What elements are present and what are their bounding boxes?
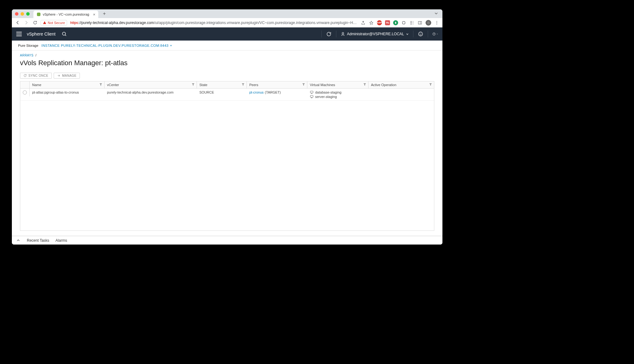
filter-icon[interactable] bbox=[240, 83, 245, 87]
security-label: Not Secure bbox=[48, 21, 65, 25]
filter-icon[interactable] bbox=[427, 83, 432, 87]
back-button[interactable] bbox=[15, 20, 20, 25]
vm-icon bbox=[310, 90, 314, 94]
filter-icon[interactable] bbox=[361, 83, 366, 87]
breadcrumb: ARRAYS / bbox=[20, 54, 434, 57]
cell-op bbox=[368, 89, 434, 92]
footer-expand-icon[interactable] bbox=[16, 238, 21, 243]
svg-rect-14 bbox=[310, 91, 313, 93]
svg-point-13 bbox=[434, 35, 434, 35]
tab-recent-tasks[interactable]: Recent Tasks bbox=[27, 238, 49, 243]
url-field[interactable]: https://purely-technical-alpha.dev.pures… bbox=[70, 21, 358, 25]
browser-tab-bar: vSphere - VC~com.purestorag × + bbox=[12, 9, 442, 18]
profile-avatar[interactable] bbox=[426, 20, 431, 26]
svg-rect-17 bbox=[310, 95, 313, 97]
maximize-window-button[interactable] bbox=[26, 12, 30, 16]
peer-link[interactable]: pt-cronus bbox=[249, 90, 264, 94]
extension-green-icon[interactable] bbox=[393, 20, 398, 25]
vm-icon bbox=[310, 95, 314, 99]
plugin-label: Pure Storage bbox=[18, 44, 38, 47]
table-body: pt-atlas:pgroup-atlas-to-cronus purely-t… bbox=[20, 89, 434, 231]
panel-toggle-icon[interactable] bbox=[417, 20, 422, 25]
table-row[interactable]: pt-atlas:pgroup-atlas-to-cronus purely-t… bbox=[20, 89, 434, 101]
minimize-window-button[interactable] bbox=[21, 12, 24, 16]
replication-table: Name ↑ vCenter State Peers Virtual bbox=[20, 81, 434, 231]
chevron-down-icon bbox=[436, 33, 438, 35]
chevron-down-icon bbox=[406, 33, 409, 36]
footer-panel: Recent Tasks Alarms bbox=[12, 236, 442, 245]
arrow-right-icon bbox=[57, 74, 61, 77]
svg-point-4 bbox=[436, 22, 437, 23]
user-name: Administrator@VSPHERE.LOCAL bbox=[347, 32, 404, 36]
close-window-button[interactable] bbox=[15, 12, 18, 16]
search-icon[interactable] bbox=[62, 32, 67, 36]
vsphere-header: vSphere Client Administrator@VSPHERE.LOC… bbox=[12, 27, 442, 41]
extensions-puzzle-icon[interactable] bbox=[401, 20, 406, 25]
cell-state: SOURCE bbox=[197, 89, 247, 96]
reload-button[interactable] bbox=[32, 20, 37, 25]
col-vcenter[interactable]: vCenter bbox=[105, 81, 197, 88]
security-badge[interactable]: Not Secure bbox=[41, 20, 67, 26]
instance-selector[interactable]: INSTANCE PURELY-TECHNICAL-PLUGIN.DEV.PUR… bbox=[41, 44, 172, 47]
breadcrumb-arrays[interactable]: ARRAYS bbox=[20, 54, 33, 57]
bookmark-star-icon[interactable] bbox=[369, 20, 374, 25]
svg-point-10 bbox=[420, 33, 420, 34]
svg-point-9 bbox=[419, 32, 423, 36]
feedback-icon[interactable] bbox=[418, 31, 423, 37]
sync-icon bbox=[23, 74, 27, 77]
browser-address-bar: Not Secure https://purely-technical-alph… bbox=[12, 18, 442, 27]
col-state[interactable]: State bbox=[197, 81, 247, 88]
user-icon bbox=[341, 32, 345, 36]
share-icon[interactable] bbox=[361, 20, 366, 25]
col-op[interactable]: Active Operation bbox=[368, 81, 434, 88]
filter-icon[interactable] bbox=[97, 83, 102, 87]
browser-menu-icon[interactable] bbox=[434, 20, 439, 25]
col-select bbox=[20, 81, 30, 88]
svg-point-6 bbox=[62, 32, 66, 35]
window-controls bbox=[15, 12, 30, 16]
peer-suffix: (TARGET) bbox=[265, 90, 281, 94]
close-tab-icon[interactable]: × bbox=[93, 12, 95, 17]
vsphere-favicon-icon bbox=[37, 12, 41, 17]
sync-once-button[interactable]: SYNC ONCE bbox=[20, 73, 52, 79]
extension-abp-icon[interactable]: ABP bbox=[377, 20, 382, 25]
reading-list-icon[interactable] bbox=[409, 20, 414, 25]
col-peers[interactable]: Peers bbox=[247, 81, 307, 88]
filter-icon[interactable] bbox=[190, 83, 195, 87]
browser-tab[interactable]: vSphere - VC~com.purestorag × bbox=[33, 11, 98, 18]
svg-point-5 bbox=[436, 24, 437, 24]
menu-hamburger-icon[interactable] bbox=[16, 32, 22, 36]
filter-icon[interactable] bbox=[300, 83, 305, 87]
cell-vms: database-staging server-staging bbox=[307, 89, 368, 100]
row-radio[interactable] bbox=[23, 90, 27, 95]
manage-button[interactable]: MANAGE bbox=[54, 73, 80, 79]
table-header: Name ↑ vCenter State Peers Virtual bbox=[20, 81, 434, 89]
svg-point-3 bbox=[436, 21, 437, 22]
vm-item: database-staging bbox=[310, 90, 341, 94]
browser-tab-title: vSphere - VC~com.purestorag bbox=[43, 12, 89, 16]
forward-button[interactable] bbox=[24, 20, 29, 25]
svg-rect-0 bbox=[37, 13, 40, 16]
new-tab-button[interactable]: + bbox=[101, 10, 108, 17]
warning-triangle-icon bbox=[43, 21, 46, 25]
refresh-icon[interactable] bbox=[326, 31, 332, 37]
col-name[interactable]: Name ↑ bbox=[30, 81, 105, 88]
help-icon[interactable] bbox=[432, 31, 438, 37]
extension-badge-icon[interactable]: W₂ bbox=[385, 20, 390, 25]
user-menu[interactable]: Administrator@VSPHERE.LOCAL bbox=[341, 32, 409, 36]
main-content: ARRAYS / vVols Replication Manager: pt-a… bbox=[12, 51, 442, 236]
svg-point-8 bbox=[342, 32, 344, 34]
browser-window: vSphere - VC~com.purestorag × + Not Secu… bbox=[12, 9, 442, 245]
chevron-down-icon bbox=[170, 44, 172, 47]
cell-peers: pt-cronus (TARGET) bbox=[247, 89, 307, 96]
tab-alarms[interactable]: Alarms bbox=[56, 238, 67, 243]
page-title: vVols Replication Manager: pt-atlas bbox=[20, 59, 434, 67]
cell-name: pt-atlas:pgroup-atlas-to-cronus bbox=[30, 89, 105, 96]
sub-header: Pure Storage INSTANCE PURELY-TECHNICAL-P… bbox=[12, 41, 442, 51]
cell-vcenter: purely-technical-alpha.dev.purestorage.c… bbox=[105, 89, 197, 96]
tab-overflow-button[interactable] bbox=[434, 12, 439, 16]
svg-point-11 bbox=[421, 33, 422, 34]
col-vms[interactable]: Virtual Machines bbox=[307, 81, 368, 88]
svg-rect-1 bbox=[418, 21, 422, 24]
app-title: vSphere Client bbox=[27, 32, 56, 36]
